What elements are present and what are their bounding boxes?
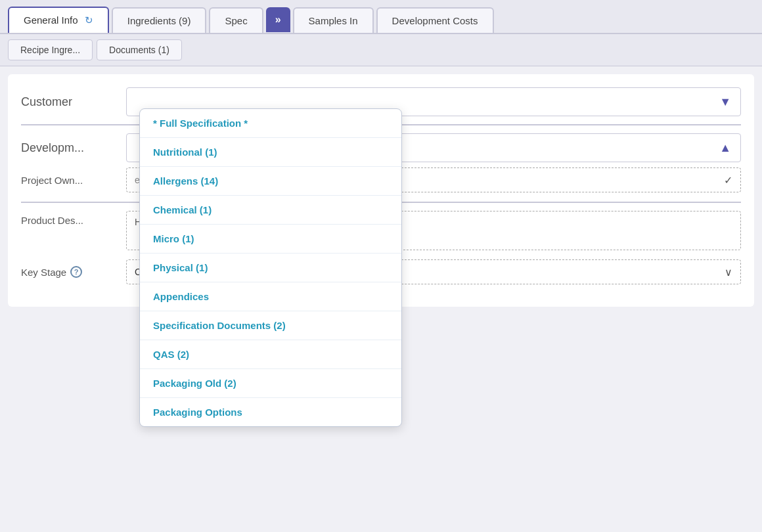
- tab-more-label: »: [275, 14, 281, 25]
- development-label: Developm...: [21, 141, 126, 155]
- key-stage-label: Key Stage ?: [21, 266, 126, 278]
- dropdown-item-spec-docs-label: Specification Documents (2): [153, 320, 286, 331]
- dropdown-item-micro[interactable]: Micro (1): [140, 225, 401, 254]
- dropdown-item-nutritional[interactable]: Nutritional (1): [140, 138, 401, 167]
- dropdown-item-qas-label: QAS (2): [153, 349, 189, 360]
- key-stage-chevron: ∨: [725, 266, 732, 278]
- dropdown-item-appendices-label: Appendices: [153, 291, 209, 302]
- main-content: * Full Specification * Nutritional (1) A…: [8, 74, 754, 307]
- tab-development-costs-label: Development Costs: [392, 15, 478, 26]
- dropdown-item-packaging-old-label: Packaging Old (2): [153, 378, 236, 389]
- sub-tab-documents[interactable]: Documents (1): [97, 39, 182, 60]
- dropdown-item-nutritional-label: Nutritional (1): [153, 146, 217, 158]
- dropdown-item-allergens-label: Allergens (14): [153, 175, 218, 187]
- tab-spec[interactable]: Spec: [209, 7, 263, 33]
- sub-tab-recipe-ingre-label: Recipe Ingre...: [20, 45, 80, 55]
- tab-general-info[interactable]: General Info ↻: [8, 7, 109, 33]
- dropdown-item-packaging-old[interactable]: Packaging Old (2): [140, 369, 401, 398]
- dropdown-item-full-spec[interactable]: * Full Specification *: [140, 109, 401, 138]
- spec-dropdown: * Full Specification * Nutritional (1) A…: [139, 108, 402, 427]
- dropdown-item-chemical-label: Chemical (1): [153, 204, 212, 215]
- dropdown-item-full-spec-label: * Full Specification *: [153, 118, 248, 129]
- key-stage-help-icon[interactable]: ?: [70, 266, 82, 278]
- sub-tab-bar: Recipe Ingre... Documents (1): [0, 34, 762, 66]
- tab-development-costs[interactable]: Development Costs: [376, 7, 494, 33]
- tab-general-info-label: General Info: [24, 14, 78, 26]
- sub-tab-recipe-ingre[interactable]: Recipe Ingre...: [8, 39, 93, 60]
- project-owner-label: Project Own...: [21, 175, 126, 186]
- dropdown-item-chemical[interactable]: Chemical (1): [140, 196, 401, 225]
- product-description-label: Product Des...: [21, 211, 126, 226]
- dropdown-item-physical[interactable]: Physical (1): [140, 254, 401, 282]
- dropdown-item-allergens[interactable]: Allergens (14): [140, 167, 401, 196]
- project-owner-chevron: ✓: [724, 174, 732, 187]
- dropdown-item-packaging-options[interactable]: Packaging Options: [140, 398, 401, 426]
- tab-spec-label: Spec: [225, 15, 247, 26]
- tab-ingredients-label: Ingredients (9): [127, 15, 191, 26]
- main-tab-bar: General Info ↻ Ingredients (9) Spec » Sa…: [0, 0, 762, 34]
- tab-ingredients[interactable]: Ingredients (9): [112, 7, 207, 33]
- tab-more-button[interactable]: »: [266, 7, 290, 32]
- customer-label: Customer: [21, 95, 126, 109]
- dropdown-item-spec-docs[interactable]: Specification Documents (2): [140, 311, 401, 340]
- sub-tab-documents-label: Documents (1): [109, 45, 169, 55]
- refresh-icon[interactable]: ↻: [85, 14, 93, 26]
- tab-samples-in[interactable]: Samples In: [293, 7, 374, 33]
- development-arrow-up: ▲: [719, 141, 731, 155]
- key-stage-label-text: Key Stage: [21, 267, 66, 278]
- tab-samples-in-label: Samples In: [309, 15, 358, 26]
- dropdown-item-physical-label: Physical (1): [153, 262, 208, 273]
- dropdown-item-micro-label: Micro (1): [153, 233, 194, 244]
- dropdown-item-appendices[interactable]: Appendices: [140, 282, 401, 311]
- dropdown-item-packaging-options-label: Packaging Options: [153, 407, 242, 418]
- customer-arrow-down: ▼: [719, 95, 731, 109]
- dropdown-item-qas[interactable]: QAS (2): [140, 340, 401, 369]
